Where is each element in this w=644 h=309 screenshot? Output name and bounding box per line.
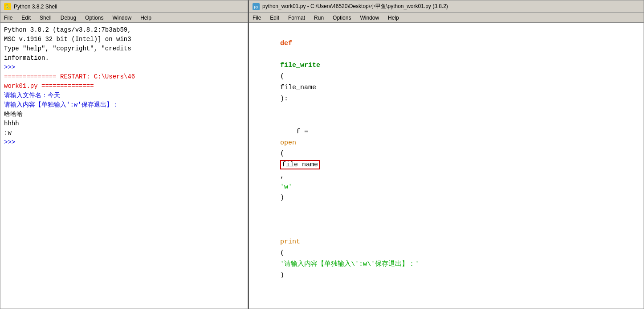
- code-line-1: def file_write ( file_name ):: [256, 27, 636, 115]
- editor-menu-help[interactable]: Help: [386, 14, 401, 22]
- keyword-def: def: [280, 40, 292, 47]
- shell-line-4: information.: [4, 54, 244, 63]
- menu-file[interactable]: File: [2, 14, 14, 22]
- shell-line-9: 请输入内容【单独输入':w'保存退出】：: [4, 100, 244, 110]
- menu-window[interactable]: Window: [110, 14, 133, 22]
- shell-panel: 🐍 Python 3.8.2 Shell File Edit Shell Deb…: [0, 0, 248, 309]
- keyword-open: open: [280, 139, 296, 147]
- editor-title: python_work01.py - C:\Users\46520\Deskto…: [262, 3, 448, 10]
- editor-menu-format[interactable]: Format: [286, 14, 307, 22]
- editor-panel: py python_work01.py - C:\Users\46520\Des…: [248, 0, 644, 309]
- shell-line-12: :w: [4, 128, 244, 138]
- editor-menu-file[interactable]: File: [251, 14, 263, 22]
- func-name: file_write: [280, 62, 320, 69]
- code-line-3: print ( '请输入内容【单独输入\':w\'保存退出】：' ): [256, 215, 636, 292]
- param-file-name: file_name: [280, 84, 316, 91]
- shell-line-5: >>>: [4, 63, 244, 72]
- editor-titlebar: py python_work01.py - C:\Users\46520\Des…: [249, 0, 644, 13]
- shell-titlebar: 🐍 Python 3.8.2 Shell: [0, 0, 248, 13]
- shell-line-1: Python 3.8.2 (tags/v3.8.2:7b3ab59,: [4, 25, 244, 35]
- menu-shell[interactable]: Shell: [38, 14, 53, 22]
- string-w: 'w': [280, 183, 292, 191]
- shell-line-8: 请输入文件名：今天: [4, 91, 244, 100]
- shell-line-10: 哈哈哈: [4, 110, 244, 119]
- editor-menubar[interactable]: File Edit Format Run Options Window Help: [249, 13, 644, 23]
- shell-line-11: hhhh: [4, 119, 244, 128]
- code-line-4: [256, 292, 636, 303]
- string-prompt: '请输入内容【单独输入\':w\'保存退出】：': [280, 260, 419, 268]
- code-line-2: f = open ( file_name , 'w' ): [256, 115, 636, 215]
- menu-edit[interactable]: Edit: [20, 14, 33, 22]
- shell-content: Python 3.8.2 (tags/v3.8.2:7b3ab59, MSC v…: [0, 23, 248, 309]
- editor-menu-run[interactable]: Run: [312, 14, 326, 22]
- editor-menu-window[interactable]: Window: [358, 14, 381, 22]
- keyword-print: print: [280, 238, 300, 246]
- editor-menu-options[interactable]: Options: [331, 14, 353, 22]
- shell-line-7: work01.py ==============: [4, 82, 244, 91]
- shell-title: Python 3.8.2 Shell: [14, 4, 57, 10]
- shell-icon: 🐍: [4, 3, 11, 10]
- shell-menubar[interactable]: File Edit Shell Debug Options Window Hel…: [0, 13, 248, 23]
- menu-debug[interactable]: Debug: [59, 14, 78, 22]
- editor-content: def file_write ( file_name ): f = open (…: [249, 23, 644, 309]
- shell-line-2: MSC v.1916 32 bit (Intel)] on win3: [4, 35, 244, 44]
- shell-line-13: >>>: [4, 138, 244, 147]
- menu-help[interactable]: Help: [139, 14, 153, 22]
- code-line-5: while True :: [256, 303, 636, 309]
- editor-menu-edit[interactable]: Edit: [268, 14, 281, 22]
- editor-icon: py: [253, 3, 260, 10]
- shell-line-3: Type "help", "copyright", "credits: [4, 44, 244, 54]
- menu-options[interactable]: Options: [83, 14, 105, 22]
- highlight-file-name: file_name: [280, 160, 320, 169]
- shell-line-6: ============== RESTART: C:\Users\46: [4, 72, 244, 82]
